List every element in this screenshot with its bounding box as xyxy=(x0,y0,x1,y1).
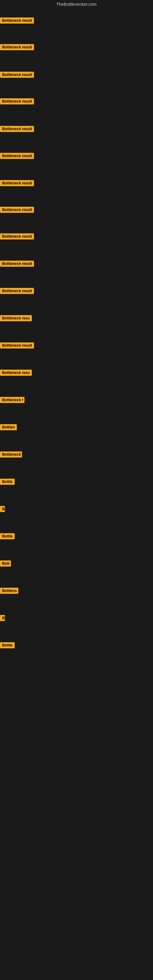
bottleneck-badge[interactable]: Bottleneck result xyxy=(0,207,34,213)
bottleneck-badge[interactable]: Bottleneck result xyxy=(0,126,34,132)
bottleneck-badge[interactable]: B xyxy=(0,506,5,512)
bottleneck-badge[interactable]: Bottle xyxy=(0,642,15,648)
bottleneck-badge-container: B xyxy=(0,506,5,513)
bottleneck-badge-container: Bottleneck result xyxy=(0,261,34,268)
bottleneck-badge[interactable]: Bottleneck result xyxy=(0,18,34,24)
bottleneck-badge-container: Bottlens xyxy=(0,588,18,595)
bottleneck-badge-container: Bottleneck result xyxy=(0,288,34,295)
bottleneck-badge[interactable]: Bott xyxy=(0,560,11,566)
bottleneck-badge-container: Bottleneck result xyxy=(0,233,34,241)
bottleneck-badge-container: Bottle xyxy=(0,642,15,649)
bottleneck-badge-container: Bottleneck result xyxy=(0,342,34,350)
bottleneck-badge[interactable]: Bottleneck resu xyxy=(0,315,32,321)
bottleneck-badge[interactable]: Bottleneck result xyxy=(0,233,34,240)
bottleneck-badge[interactable]: Bottleneck xyxy=(0,452,22,458)
bottleneck-badge-container: Bottleneck result xyxy=(0,44,34,51)
bottleneck-badge-container: Bottleneck r xyxy=(0,397,24,404)
bottleneck-badge[interactable]: Bottle xyxy=(0,533,15,539)
bottleneck-badge[interactable]: Bottleneck resu xyxy=(0,370,32,376)
bottleneck-badge[interactable]: Bottleneck r xyxy=(0,397,24,403)
bottleneck-badge-container: Bottleneck resu xyxy=(0,370,32,377)
bottleneck-badge-container: Bottleneck result xyxy=(0,207,34,214)
bottleneck-badge[interactable]: Bottlen xyxy=(0,424,17,430)
bottleneck-badge-container: Bottle xyxy=(0,479,15,486)
bottleneck-badge[interactable]: Bottleneck result xyxy=(0,98,34,105)
bottleneck-badge-container: Bottleneck result xyxy=(0,98,34,106)
bottleneck-badge-container: Bottleneck xyxy=(0,452,22,459)
bottleneck-badge-container: Bottleneck result xyxy=(0,180,34,188)
bottleneck-badge-container: Bottleneck result xyxy=(0,126,34,133)
bottleneck-badge[interactable]: Bottleneck result xyxy=(0,180,34,186)
bottleneck-badge[interactable]: B xyxy=(0,615,5,621)
site-title: TheBottlenecker.com xyxy=(0,0,153,8)
bottleneck-badge[interactable]: Bottleneck result xyxy=(0,342,34,348)
bottleneck-badge[interactable]: Bottle xyxy=(0,479,15,485)
bottleneck-badge-container: Bott xyxy=(0,560,11,568)
bottleneck-badge-container: Bottle xyxy=(0,533,15,541)
bottleneck-badge[interactable]: Bottleneck result xyxy=(0,72,34,78)
bottleneck-badge[interactable]: Bottleneck result xyxy=(0,261,34,267)
bottleneck-badge[interactable]: Bottleneck result xyxy=(0,153,34,159)
bottleneck-badge-container: Bottleneck result xyxy=(0,18,34,25)
bottleneck-badge-container: Bottleneck result xyxy=(0,153,34,160)
bottleneck-badge[interactable]: Bottlens xyxy=(0,588,18,594)
bottleneck-badge-container: Bottleneck result xyxy=(0,72,34,79)
bottleneck-badge-container: Bottleneck resu xyxy=(0,315,32,323)
bottleneck-badge[interactable]: Bottleneck result xyxy=(0,288,34,294)
bottleneck-badge-container: Bottlen xyxy=(0,424,17,431)
bottleneck-badge-container: B xyxy=(0,615,5,622)
bottleneck-badge[interactable]: Bottleneck result xyxy=(0,44,34,50)
